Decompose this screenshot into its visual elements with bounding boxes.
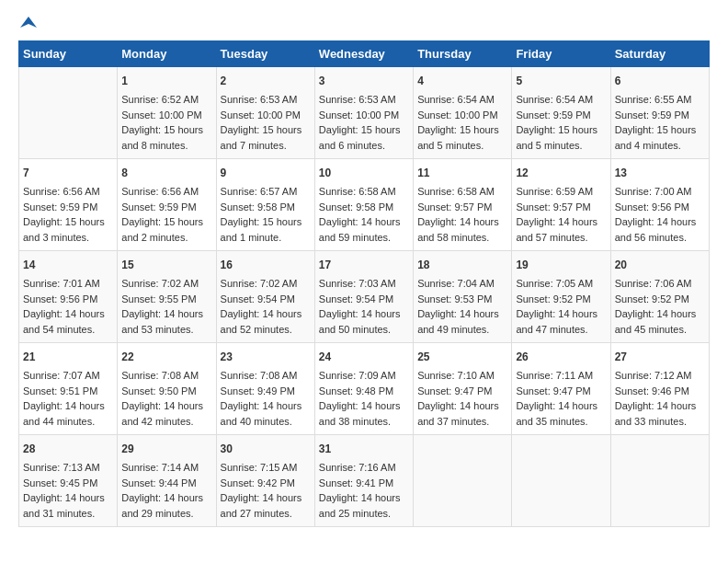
day-content: Sunrise: 7:07 AM Sunset: 9:51 PM Dayligh… (23, 368, 113, 429)
calendar-cell: 17Sunrise: 7:03 AM Sunset: 9:54 PM Dayli… (314, 251, 413, 343)
day-number: 25 (417, 349, 507, 365)
calendar-cell (19, 67, 118, 159)
day-content: Sunrise: 7:09 AM Sunset: 9:48 PM Dayligh… (319, 368, 409, 429)
day-number: 10 (319, 165, 409, 181)
calendar-cell: 21Sunrise: 7:07 AM Sunset: 9:51 PM Dayli… (19, 343, 118, 435)
calendar-cell: 3Sunrise: 6:53 AM Sunset: 10:00 PM Dayli… (314, 67, 413, 159)
day-content: Sunrise: 6:59 AM Sunset: 9:57 PM Dayligh… (516, 184, 606, 245)
logo-bird-icon (20, 15, 37, 31)
calendar-cell: 5Sunrise: 6:54 AM Sunset: 9:59 PM Daylig… (512, 67, 610, 159)
calendar-cell: 11Sunrise: 6:58 AM Sunset: 9:57 PM Dayli… (414, 159, 512, 251)
calendar-cell: 25Sunrise: 7:10 AM Sunset: 9:47 PM Dayli… (414, 343, 512, 435)
day-number: 12 (516, 165, 606, 181)
day-number: 11 (417, 165, 507, 181)
day-number: 19 (516, 257, 606, 273)
day-content: Sunrise: 6:56 AM Sunset: 9:59 PM Dayligh… (121, 184, 211, 245)
header-friday: Friday (512, 41, 610, 67)
calendar-cell: 24Sunrise: 7:09 AM Sunset: 9:48 PM Dayli… (314, 343, 413, 435)
day-number: 1 (121, 73, 211, 89)
day-number: 16 (221, 257, 311, 273)
day-content: Sunrise: 7:06 AM Sunset: 9:52 PM Dayligh… (615, 276, 705, 337)
calendar-cell: 27Sunrise: 7:12 AM Sunset: 9:46 PM Dayli… (610, 343, 709, 435)
calendar-table: SundayMondayTuesdayWednesdayThursdayFrid… (18, 40, 710, 527)
calendar-cell: 28Sunrise: 7:13 AM Sunset: 9:45 PM Dayli… (19, 435, 118, 527)
calendar-cell: 8Sunrise: 6:56 AM Sunset: 9:59 PM Daylig… (118, 159, 216, 251)
day-number: 8 (121, 165, 211, 181)
calendar-cell: 29Sunrise: 7:14 AM Sunset: 9:44 PM Dayli… (118, 435, 216, 527)
week-row-4: 21Sunrise: 7:07 AM Sunset: 9:51 PM Dayli… (19, 343, 710, 435)
calendar-cell: 26Sunrise: 7:11 AM Sunset: 9:47 PM Dayli… (512, 343, 610, 435)
day-number: 28 (23, 441, 113, 457)
week-row-5: 28Sunrise: 7:13 AM Sunset: 9:45 PM Dayli… (19, 435, 710, 527)
day-number: 5 (516, 73, 606, 89)
day-content: Sunrise: 7:11 AM Sunset: 9:47 PM Dayligh… (516, 368, 606, 429)
calendar-cell: 4Sunrise: 6:54 AM Sunset: 10:00 PM Dayli… (414, 67, 512, 159)
day-content: Sunrise: 7:13 AM Sunset: 9:45 PM Dayligh… (23, 460, 113, 521)
calendar-cell: 20Sunrise: 7:06 AM Sunset: 9:52 PM Dayli… (610, 251, 709, 343)
svg-marker-0 (20, 17, 37, 28)
calendar-cell: 13Sunrise: 7:00 AM Sunset: 9:56 PM Dayli… (610, 159, 709, 251)
calendar-cell: 6Sunrise: 6:55 AM Sunset: 9:59 PM Daylig… (610, 67, 709, 159)
logo (18, 18, 37, 31)
day-number: 13 (615, 165, 705, 181)
day-content: Sunrise: 6:56 AM Sunset: 9:59 PM Dayligh… (23, 184, 113, 245)
day-content: Sunrise: 6:55 AM Sunset: 9:59 PM Dayligh… (615, 92, 705, 153)
day-content: Sunrise: 7:10 AM Sunset: 9:47 PM Dayligh… (417, 368, 507, 429)
calendar-cell: 22Sunrise: 7:08 AM Sunset: 9:50 PM Dayli… (118, 343, 216, 435)
day-content: Sunrise: 7:14 AM Sunset: 9:44 PM Dayligh… (121, 460, 211, 521)
calendar-cell: 23Sunrise: 7:08 AM Sunset: 9:49 PM Dayli… (216, 343, 314, 435)
calendar-cell: 19Sunrise: 7:05 AM Sunset: 9:52 PM Dayli… (512, 251, 610, 343)
day-content: Sunrise: 7:15 AM Sunset: 9:42 PM Dayligh… (221, 460, 311, 521)
day-number: 30 (221, 441, 311, 457)
header-tuesday: Tuesday (216, 41, 314, 67)
week-row-2: 7Sunrise: 6:56 AM Sunset: 9:59 PM Daylig… (19, 159, 710, 251)
day-number: 17 (319, 257, 409, 273)
day-number: 14 (23, 257, 113, 273)
day-content: Sunrise: 7:12 AM Sunset: 9:46 PM Dayligh… (615, 368, 705, 429)
day-number: 23 (221, 349, 311, 365)
calendar-cell: 7Sunrise: 6:56 AM Sunset: 9:59 PM Daylig… (19, 159, 118, 251)
calendar-cell: 15Sunrise: 7:02 AM Sunset: 9:55 PM Dayli… (118, 251, 216, 343)
day-number: 6 (615, 73, 705, 89)
day-number: 2 (221, 73, 311, 89)
calendar-header-row: SundayMondayTuesdayWednesdayThursdayFrid… (19, 41, 710, 67)
day-number: 31 (319, 441, 409, 457)
header-monday: Monday (118, 41, 216, 67)
header-saturday: Saturday (610, 41, 709, 67)
day-content: Sunrise: 6:57 AM Sunset: 9:58 PM Dayligh… (221, 184, 311, 245)
day-content: Sunrise: 6:53 AM Sunset: 10:00 PM Daylig… (319, 92, 409, 153)
header-thursday: Thursday (414, 41, 512, 67)
calendar-cell: 9Sunrise: 6:57 AM Sunset: 9:58 PM Daylig… (216, 159, 314, 251)
calendar-cell (512, 435, 610, 527)
calendar-cell: 30Sunrise: 7:15 AM Sunset: 9:42 PM Dayli… (216, 435, 314, 527)
header-sunday: Sunday (19, 41, 118, 67)
calendar-cell: 14Sunrise: 7:01 AM Sunset: 9:56 PM Dayli… (19, 251, 118, 343)
day-content: Sunrise: 6:54 AM Sunset: 10:00 PM Daylig… (417, 92, 507, 153)
calendar-cell: 16Sunrise: 7:02 AM Sunset: 9:54 PM Dayli… (216, 251, 314, 343)
day-number: 21 (23, 349, 113, 365)
day-content: Sunrise: 6:54 AM Sunset: 9:59 PM Dayligh… (516, 92, 606, 153)
page-header (18, 18, 710, 31)
day-content: Sunrise: 7:08 AM Sunset: 9:49 PM Dayligh… (221, 368, 311, 429)
calendar-cell (414, 435, 512, 527)
day-number: 29 (121, 441, 211, 457)
day-content: Sunrise: 6:53 AM Sunset: 10:00 PM Daylig… (221, 92, 311, 153)
day-number: 9 (221, 165, 311, 181)
calendar-cell: 10Sunrise: 6:58 AM Sunset: 9:58 PM Dayli… (314, 159, 413, 251)
day-number: 3 (319, 73, 409, 89)
day-content: Sunrise: 6:58 AM Sunset: 9:58 PM Dayligh… (319, 184, 409, 245)
day-content: Sunrise: 7:03 AM Sunset: 9:54 PM Dayligh… (319, 276, 409, 337)
day-content: Sunrise: 7:08 AM Sunset: 9:50 PM Dayligh… (121, 368, 211, 429)
calendar-cell: 1Sunrise: 6:52 AM Sunset: 10:00 PM Dayli… (118, 67, 216, 159)
day-number: 22 (121, 349, 211, 365)
calendar-cell: 31Sunrise: 7:16 AM Sunset: 9:41 PM Dayli… (314, 435, 413, 527)
day-content: Sunrise: 6:58 AM Sunset: 9:57 PM Dayligh… (417, 184, 507, 245)
calendar-cell: 12Sunrise: 6:59 AM Sunset: 9:57 PM Dayli… (512, 159, 610, 251)
day-number: 15 (121, 257, 211, 273)
calendar-cell: 18Sunrise: 7:04 AM Sunset: 9:53 PM Dayli… (414, 251, 512, 343)
day-number: 7 (23, 165, 113, 181)
day-content: Sunrise: 7:02 AM Sunset: 9:55 PM Dayligh… (121, 276, 211, 337)
header-wednesday: Wednesday (314, 41, 413, 67)
week-row-3: 14Sunrise: 7:01 AM Sunset: 9:56 PM Dayli… (19, 251, 710, 343)
day-content: Sunrise: 7:02 AM Sunset: 9:54 PM Dayligh… (221, 276, 311, 337)
